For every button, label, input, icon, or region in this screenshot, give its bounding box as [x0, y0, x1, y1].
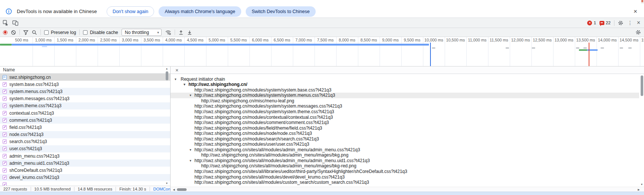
initiator-chain-row[interactable]: http://swz.shipingzhong.cn/sites/all/mod…: [171, 147, 639, 153]
filter-icon[interactable]: [23, 30, 28, 35]
request-row[interactable]: search.css?t421q3: [0, 138, 170, 145]
initiator-chain-header[interactable]: ▾ Request initiator chain: [171, 76, 639, 82]
export-har-icon[interactable]: [187, 30, 192, 35]
initiator-chain-row[interactable]: http://swz.shipingzhong.cn/sites/all/mod…: [171, 174, 639, 180]
tree-expanded-icon: [190, 159, 194, 162]
network-conditions-icon[interactable]: [165, 30, 171, 35]
record-network-log-icon[interactable]: [3, 30, 7, 35]
name-column-header[interactable]: Name: [0, 66, 170, 74]
request-row[interactable]: devel_krumo.css?t421q3: [0, 174, 170, 181]
panel-tab[interactable]: [89, 18, 96, 28]
initiator-chain-row[interactable]: http://swz.shipingzhong.cn/modules/syste…: [171, 87, 639, 93]
issues-badge[interactable]: 22: [599, 21, 611, 25]
request-row[interactable]: shCoreDefault.css?t421q3: [0, 167, 170, 174]
initiator-chain-list: http://swz.shipingzhong.cn/ http://swz.s…: [171, 82, 639, 185]
details-tab[interactable]: [182, 66, 190, 74]
request-list-scrollbar[interactable]: ▲ ▼: [165, 66, 169, 186]
initiator-chain-row[interactable]: http://swz.shipingzhong.cn/sites/all/mod…: [171, 163, 639, 169]
initiator-chain-row[interactable]: http://swz.shipingzhong.cn/sites/all/lib…: [171, 169, 639, 174]
more-options-icon[interactable]: ⋮: [627, 20, 634, 26]
initiator-chain-row[interactable]: http://swz.shipingzhong.cn/modules/field…: [171, 125, 639, 131]
details-scrollbar[interactable]: ▼: [640, 74, 644, 187]
request-row[interactable]: comment.css?t421q3: [0, 117, 170, 124]
panel-tab[interactable]: [29, 18, 37, 28]
details-tab[interactable]: [206, 66, 215, 74]
device-toolbar-icon[interactable]: [10, 18, 20, 28]
file-type-icon: [3, 154, 7, 158]
scroll-right-icon[interactable]: ▶: [637, 188, 641, 192]
request-row[interactable]: swz.shipingzhong.cn: [0, 74, 170, 81]
details-tab[interactable]: [223, 66, 231, 74]
inspect-element-icon[interactable]: [1, 18, 10, 28]
initiator-chain-row[interactable]: http://swz.shipingzhong.cn/modules/syste…: [171, 93, 639, 98]
scrollbar-thumb[interactable]: [177, 188, 187, 191]
initiator-chain-row[interactable]: http://swz.shipingzhong.cn/modules/searc…: [171, 136, 639, 142]
infobar-button[interactable]: Don't show again: [107, 6, 154, 17]
panel-tab[interactable]: [37, 18, 44, 28]
settings-gear-icon[interactable]: [618, 20, 623, 26]
request-row[interactable]: admin_menu.css?t421q3: [0, 152, 170, 160]
details-tab[interactable]: [198, 66, 206, 74]
devtools-close-icon[interactable]: ×: [637, 20, 640, 26]
scroll-left-icon[interactable]: ◀: [172, 188, 176, 192]
initiator-chain-row[interactable]: http://swz.shipingzhong.cn/: [171, 82, 639, 87]
request-row[interactable]: system.theme.css?t421q3: [0, 102, 170, 109]
panel-tab[interactable]: [22, 18, 29, 28]
panel-tab[interactable]: [44, 18, 52, 28]
close-details-icon[interactable]: ×: [171, 68, 182, 73]
preserve-log-checkbox[interactable]: Preserve log: [44, 30, 76, 35]
infobar-close-icon[interactable]: ×: [634, 8, 637, 15]
request-row[interactable]: contextual.css?t421q3: [0, 109, 170, 117]
request-row[interactable]: field.css?t421q3: [0, 124, 170, 131]
infobar-button[interactable]: Always match Chrome's language: [159, 6, 241, 17]
panel-tab[interactable]: [74, 18, 82, 28]
throttling-select[interactable]: No throttling ▾: [122, 29, 162, 36]
request-row[interactable]: system.menus.css?t421q3: [0, 88, 170, 95]
import-har-icon[interactable]: [178, 30, 184, 35]
panel-tab[interactable]: [82, 18, 89, 28]
devtools-tabbar: × 1 22 ⋮ ×: [0, 18, 644, 28]
initiator-chain-row[interactable]: http://swz.shipingzhong.cn/sites/all/mod…: [171, 180, 639, 185]
network-settings-gear-icon[interactable]: [635, 30, 641, 35]
request-row[interactable]: node.css?t421q3: [0, 131, 170, 138]
initiator-url: http://swz.shipingzhong.cn/modules/syste…: [194, 109, 334, 114]
network-overview[interactable]: [0, 43, 644, 66]
initiator-chain-row[interactable]: http://swz.shipingzhong.cn/modules/node/…: [171, 131, 639, 136]
initiator-chain-row[interactable]: http://swz.shipingzhong.cn/sites/all/mod…: [171, 158, 639, 164]
initiator-chain-row[interactable]: http://swz.shipingzhong.cn/modules/user/…: [171, 142, 639, 147]
scrollbar-thumb[interactable]: [166, 71, 168, 80]
request-name: system.menus.css?t421q3: [9, 89, 62, 94]
page-scrollbar-nub[interactable]: [641, 0, 644, 4]
file-type-icon: [3, 139, 7, 144]
request-row[interactable]: admin_menu.uid1.css?t421q3: [0, 160, 170, 167]
infobar-button[interactable]: Switch DevTools to Chinese: [246, 6, 316, 17]
console-errors-badge[interactable]: × 1: [587, 21, 596, 25]
request-row[interactable]: system.messages.css?t421q3: [0, 95, 170, 102]
initiator-chain-row[interactable]: http://swz.shipingzhong.cn/modules/comme…: [171, 120, 639, 126]
panel-tab[interactable]: [67, 18, 74, 28]
request-row[interactable]: [0, 181, 170, 186]
clear-network-log-icon[interactable]: [11, 30, 16, 35]
initiator-chain-row[interactable]: http://swz.shipingzhong.cn/modules/syste…: [171, 109, 639, 115]
divider: [40, 30, 41, 35]
search-icon[interactable]: [32, 30, 37, 35]
initiator-url: http://swz.shipingzhong.cn/sites/all/mod…: [194, 158, 370, 163]
scroll-up-icon[interactable]: ▲: [165, 66, 169, 71]
scroll-down-icon[interactable]: ▼: [165, 181, 169, 186]
details-tab[interactable]: [215, 66, 223, 74]
file-type-icon: [3, 96, 7, 101]
initiator-chain-row[interactable]: http://swz.shipingzhong.cn/modules/conte…: [171, 114, 639, 120]
request-row[interactable]: user.css?t421q3: [0, 145, 170, 152]
initiator-chain-row[interactable]: http://swz.shipingzhong.cn/misc/menu-lea…: [171, 98, 639, 104]
details-hscrollbar[interactable]: ◀ ▶: [171, 187, 644, 192]
initiator-chain-row[interactable]: http://swz.shipingzhong.cn/modules/syste…: [171, 103, 639, 109]
initiator-chain-row[interactable]: http://swz.shipingzhong.cn/sites/all/mod…: [171, 152, 639, 158]
panel-tab[interactable]: [59, 18, 67, 28]
scroll-down-icon[interactable]: ▼: [640, 182, 644, 187]
scrollbar-thumb[interactable]: [641, 75, 643, 96]
panel-tab[interactable]: [52, 18, 59, 28]
disable-cache-checkbox[interactable]: Disable cache: [83, 30, 118, 35]
request-row[interactable]: system.base.css?t421q3: [0, 81, 170, 88]
details-tab[interactable]: [190, 66, 198, 74]
initiator-url: http://swz.shipingzhong.cn/modules/field…: [194, 126, 322, 131]
